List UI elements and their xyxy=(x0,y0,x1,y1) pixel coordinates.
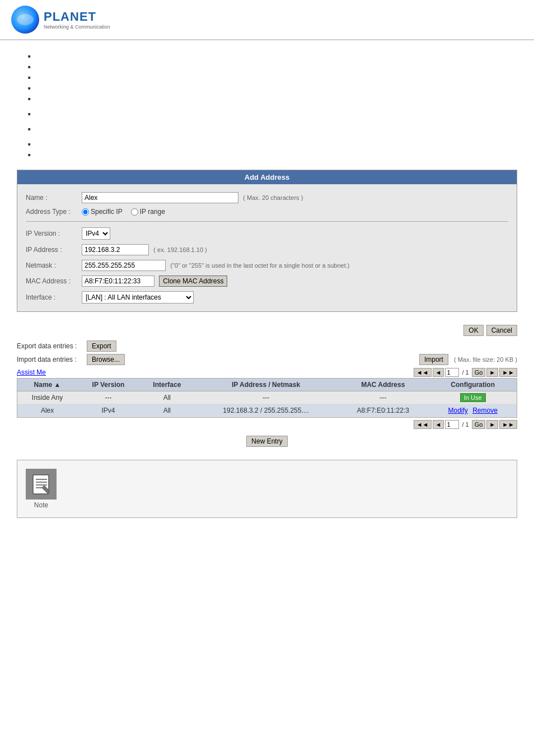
row-ip-netmask: 192.168.3.2 / 255.255.255.... xyxy=(195,404,337,417)
col-ip-version: IP Version xyxy=(77,379,139,391)
main-content: Add Address Name : ( Max. 20 characters … xyxy=(0,40,534,529)
interface-label: Interface : xyxy=(26,293,82,301)
netmask-input[interactable] xyxy=(82,260,166,271)
table-row: Inside Any --- All --- --- In Use xyxy=(17,391,517,404)
netmask-label: Netmask : xyxy=(26,262,82,269)
new-entry-row: New Entry xyxy=(17,431,517,451)
pagination-top: ◄◄ ◄ / 1 Go ► ►► xyxy=(414,368,517,377)
export-row: Export data entries : Export xyxy=(17,340,517,352)
ip-version-label: IP Version : xyxy=(26,230,82,237)
next-page-button-bottom[interactable]: ► xyxy=(486,420,498,429)
address-type-label: Address Type : xyxy=(26,208,82,216)
form-divider xyxy=(26,221,508,222)
go-button[interactable]: Go xyxy=(472,368,486,377)
ip-range-radio[interactable] xyxy=(131,208,138,216)
specific-ip-radio[interactable] xyxy=(82,208,89,216)
prev-page-button[interactable]: ◄ xyxy=(433,368,444,377)
row-config: Modify Remove xyxy=(429,404,517,417)
ip-range-radio-label[interactable]: IP range xyxy=(131,208,165,216)
ip-address-hint: ( ex. 192.168.1.10 ) xyxy=(153,246,207,253)
page-number-input[interactable] xyxy=(445,368,459,377)
browse-button[interactable]: Browse... xyxy=(87,354,125,365)
col-mac-address: MAC Address xyxy=(337,379,429,391)
bullet-item xyxy=(17,109,517,118)
import-button[interactable]: Import xyxy=(419,354,448,365)
ip-address-value: ( ex. 192.168.1.10 ) xyxy=(82,244,508,255)
ok-button[interactable]: OK xyxy=(463,325,483,336)
row-config: In Use xyxy=(429,391,517,404)
clone-mac-button[interactable]: Clone MAC Address xyxy=(159,276,227,287)
remove-link[interactable]: Remove xyxy=(472,407,498,414)
note-section: Note xyxy=(17,460,517,518)
interface-value: [LAN] : All LAN interfaces [WAN] : All W… xyxy=(82,291,508,304)
col-name[interactable]: Name ▲ xyxy=(17,379,77,391)
mac-address-input[interactable] xyxy=(82,276,154,287)
row-ip-netmask: --- xyxy=(195,391,337,404)
row-interface: All xyxy=(139,404,195,417)
first-page-button[interactable]: ◄◄ xyxy=(414,368,432,377)
form-title: Add Address xyxy=(17,170,517,184)
row-interface: All xyxy=(139,391,195,404)
netmask-row: Netmask : ("0" or "255" is used in the l… xyxy=(26,258,508,273)
name-input[interactable] xyxy=(82,192,238,203)
ip-range-label: IP range xyxy=(140,208,165,216)
logo-tagline: Networking & Communication xyxy=(44,24,110,30)
mac-address-label: MAC Address : xyxy=(26,277,82,285)
bullet-item xyxy=(17,94,517,102)
go-button-bottom[interactable]: Go xyxy=(472,420,486,429)
first-page-button-bottom[interactable]: ◄◄ xyxy=(414,420,432,429)
last-page-button-bottom[interactable]: ►► xyxy=(499,420,517,429)
ip-version-select[interactable]: IPv4 IPv6 xyxy=(82,227,110,240)
page-header: PLANET Networking & Communication xyxy=(0,0,534,40)
bullet-item xyxy=(17,73,517,81)
table-row: Alex IPv4 All 192.168.3.2 / 255.255.255.… xyxy=(17,404,517,417)
row-mac: A8:F7:E0:11:22:3 xyxy=(337,404,429,417)
modify-link[interactable]: Modify xyxy=(448,407,467,414)
add-address-form: Add Address Name : ( Max. 20 characters … xyxy=(17,170,517,312)
specific-ip-label: Specific IP xyxy=(91,208,123,216)
address-type-value: Specific IP IP range xyxy=(82,208,508,216)
last-page-button[interactable]: ►► xyxy=(499,368,517,377)
name-hint: ( Max. 20 characters ) xyxy=(243,194,303,201)
import-label: Import data entries : xyxy=(17,356,84,363)
assist-me-link[interactable]: Assist Me xyxy=(17,368,46,376)
logo-brand: PLANET xyxy=(44,10,110,24)
export-label: Export data entries : xyxy=(17,342,84,350)
row-mac: --- xyxy=(337,391,429,404)
mac-address-value: Clone MAC Address xyxy=(82,276,508,287)
name-label: Name : xyxy=(26,194,82,202)
bullet-item xyxy=(17,83,517,92)
note-icon-area: Note xyxy=(26,469,57,509)
address-type-row: Address Type : Specific IP IP range xyxy=(26,206,508,218)
page-number-input-bottom[interactable] xyxy=(445,420,459,429)
assist-pagination-row: Assist Me ◄◄ ◄ / 1 Go ► ►► xyxy=(17,368,517,377)
new-entry-button[interactable]: New Entry xyxy=(246,436,287,447)
bullet-group-1 xyxy=(17,52,517,102)
export-button[interactable]: Export xyxy=(87,340,116,352)
import-hint: ( Max. file size: 20 KB ) xyxy=(454,356,517,363)
interface-row: Interface : [LAN] : All LAN interfaces [… xyxy=(26,289,508,306)
address-table-element: Name ▲ IP Version Interface IP Address /… xyxy=(17,379,517,417)
ip-version-value: IPv4 IPv6 xyxy=(82,227,508,240)
note-label: Note xyxy=(26,501,57,509)
mac-address-row: MAC Address : Clone MAC Address xyxy=(26,273,508,289)
name-row: Name : ( Max. 20 characters ) xyxy=(26,190,508,206)
ip-version-row: IP Version : IPv4 IPv6 xyxy=(26,225,508,242)
bullet-item xyxy=(17,139,517,148)
bullet-section xyxy=(17,52,517,158)
interface-select[interactable]: [LAN] : All LAN interfaces [WAN] : All W… xyxy=(82,291,194,304)
note-svg xyxy=(30,473,53,496)
row-name: Alex xyxy=(17,404,77,417)
col-interface: Interface xyxy=(139,379,195,391)
ip-address-row: IP Address : ( ex. 192.168.1.10 ) xyxy=(26,242,508,258)
bullet-item xyxy=(17,52,517,60)
next-page-button[interactable]: ► xyxy=(486,368,498,377)
ip-address-input[interactable] xyxy=(82,244,149,255)
col-ip-netmask: IP Address / Netmask xyxy=(195,379,337,391)
specific-ip-radio-label[interactable]: Specific IP xyxy=(82,208,123,216)
col-configuration: Configuration xyxy=(429,379,517,391)
prev-page-button-bottom[interactable]: ◄ xyxy=(433,420,444,429)
note-icon xyxy=(26,469,57,500)
cancel-button[interactable]: Cancel xyxy=(486,325,517,336)
address-table: Name ▲ IP Version Interface IP Address /… xyxy=(17,378,517,418)
